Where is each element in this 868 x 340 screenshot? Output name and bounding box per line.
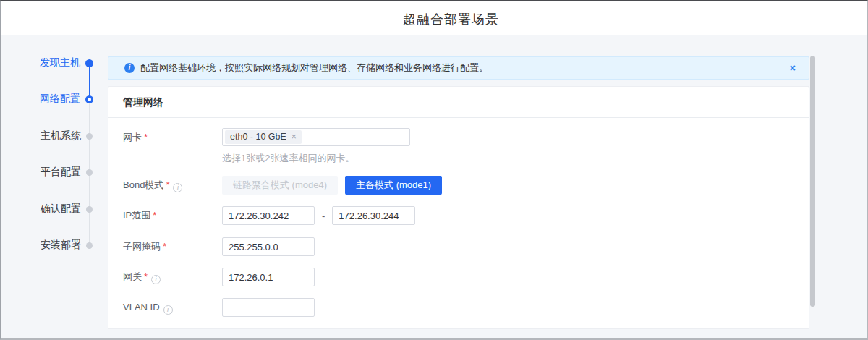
info-icon: i xyxy=(163,305,173,315)
step-label: 主机系统 xyxy=(41,129,81,143)
bond-mode4-button[interactable]: 链路聚合模式 (mode4) xyxy=(222,176,338,195)
step-label: 网络配置 xyxy=(40,93,80,106)
nic-tag: eth0 - 10 GbE× xyxy=(225,130,302,144)
step-current-dot xyxy=(85,95,93,103)
step-pending-dot xyxy=(86,206,93,213)
form-row-ip-range: IP范围* - xyxy=(109,206,809,225)
vlan-id-label: VLAN IDi xyxy=(123,298,173,317)
nic-tag-text: eth0 - 10 GbE xyxy=(230,130,286,144)
stepper-step-install-deploy[interactable]: 安装部署 xyxy=(21,238,93,252)
label-text: 网卡 xyxy=(123,132,142,143)
tag-remove-icon[interactable]: × xyxy=(292,130,297,144)
bond-mode1-button[interactable]: 主备模式 (mode1) xyxy=(345,176,442,195)
info-icon: i xyxy=(173,183,182,192)
required-mark: * xyxy=(144,271,148,282)
label-text: 网关 xyxy=(123,271,142,282)
stepper-step-network-config[interactable]: 网络配置 xyxy=(21,92,93,106)
gateway-label: 网关*i xyxy=(123,268,161,286)
ip-range-label: IP范围* xyxy=(123,206,156,225)
management-network-panel: 管理网络 网卡* eth0 - 10 GbE× 选择1张或2张速率相同的网卡。 … xyxy=(108,86,809,329)
label-text: Bond模式 xyxy=(123,179,163,190)
step-pending-dot xyxy=(86,133,93,140)
form-row-subnet-mask: 子网掩码* xyxy=(109,237,809,256)
step-done-dot xyxy=(85,59,93,67)
required-mark: * xyxy=(144,132,148,143)
info-banner: i 配置网络基础环境，按照实际网络规划对管理网络、存储网络和业务网络进行配置。 … xyxy=(108,56,809,80)
stepper-step-host-system[interactable]: 主机系统 xyxy=(21,129,93,143)
form-row-gateway: 网关*i xyxy=(109,268,809,286)
bond-mode-label: Bond模式*i xyxy=(123,176,182,195)
required-mark: * xyxy=(163,241,166,252)
step-label: 发现主机 xyxy=(40,56,80,69)
step-label: 确认配置 xyxy=(41,203,81,216)
required-mark: * xyxy=(153,210,156,221)
gateway-input[interactable] xyxy=(222,268,315,286)
label-text: VLAN ID xyxy=(123,302,160,313)
subnet-mask-input[interactable] xyxy=(222,237,315,256)
nic-select[interactable]: eth0 - 10 GbE× xyxy=(222,128,410,146)
stepper-step-confirm-config[interactable]: 确认配置 xyxy=(21,202,93,216)
info-icon: i xyxy=(124,63,135,73)
section-title: 管理网络 xyxy=(109,87,809,118)
ip-range-separator: - xyxy=(322,211,325,221)
step-pending-dot xyxy=(86,169,93,176)
ip-range-end-input[interactable] xyxy=(332,206,415,225)
form-row-bond-mode: Bond模式*i 链路聚合模式 (mode4) 主备模式 (mode1) xyxy=(109,176,809,195)
ip-range-start-input[interactable] xyxy=(222,206,315,225)
vertical-scrollbar[interactable] xyxy=(810,56,815,307)
stepper-step-discover-hosts[interactable]: 发现主机 xyxy=(21,56,93,70)
stepper-step-platform-config[interactable]: 平台配置 xyxy=(21,165,93,179)
step-label: 安装部署 xyxy=(41,239,81,252)
step-pending-dot xyxy=(86,242,93,249)
nic-helper-text: 选择1张或2张速率相同的网卡。 xyxy=(222,152,354,165)
deployment-wizard-window: 超融合部署场景 发现主机 网络配置 主机系统 平台配置 确认配置 安装部署 i … xyxy=(0,0,868,340)
info-icon: i xyxy=(151,275,161,284)
step-label: 平台配置 xyxy=(41,166,81,179)
label-text: 子网掩码 xyxy=(123,241,161,252)
required-mark: * xyxy=(166,179,169,190)
title-bar: 超融合部署场景 xyxy=(1,1,867,35)
banner-text: 配置网络基础环境，按照实际网络规划对管理网络、存储网络和业务网络进行配置。 xyxy=(140,61,488,75)
subnet-mask-label: 子网掩码* xyxy=(123,237,166,256)
label-text: IP范围 xyxy=(123,210,150,221)
page-title: 超融合部署场景 xyxy=(403,11,499,28)
close-icon[interactable]: × xyxy=(790,63,796,73)
form-row-vlan-id: VLAN IDi xyxy=(109,298,809,317)
nic-label: 网卡* xyxy=(123,128,148,147)
vlan-id-input[interactable] xyxy=(222,298,315,317)
form-row-nic: 网卡* eth0 - 10 GbE× xyxy=(109,128,809,147)
